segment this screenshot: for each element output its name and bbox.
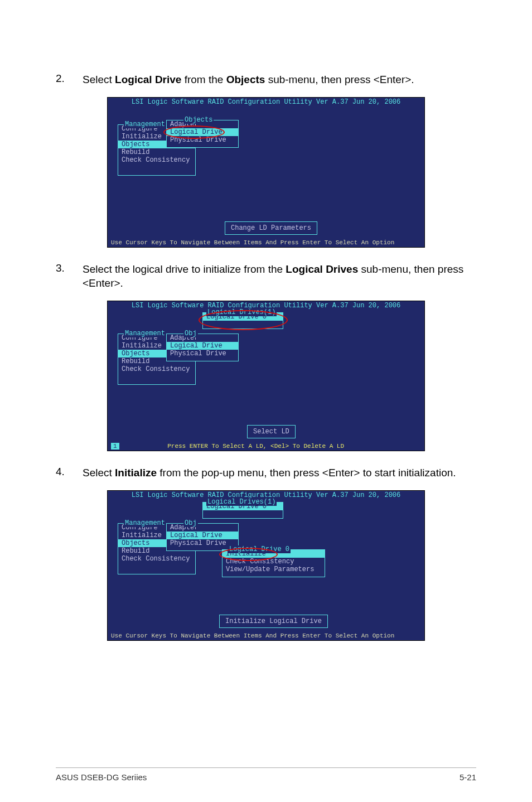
objects-title-abbrev: Obj [183, 330, 198, 337]
logical-drives-title: Logical Drives(1) [206, 498, 277, 506]
objects-panel: Objects Adapter Logical Drive Physical D… [166, 120, 239, 148]
obj-adapter[interactable]: Adapter [167, 524, 238, 532]
mgmt-check[interactable]: Check Consistency [118, 156, 195, 164]
footer-left: ASUS DSEB-DG Seriies [56, 772, 147, 782]
obj-physical-drive[interactable]: Physical Drive [167, 136, 238, 144]
objects-panel: Obj Adapter Logical Drive Physical Drive [166, 334, 239, 361]
step-text: Select Initialize from the pop-up menu, … [83, 466, 456, 480]
status-box: Select LD [247, 425, 296, 438]
ld0-menu-title: Logical Drive 0 [228, 545, 291, 553]
mgmt-rebuild[interactable]: Rebuild [118, 148, 195, 156]
text: sub-menu, then press <Enter>. [265, 74, 414, 85]
page-footer: ASUS DSEB-DG Seriies 5-21 [56, 767, 476, 782]
obj-physical-drive[interactable]: Physical Drive [167, 539, 238, 547]
logical-drive-menu: Logical Drive 0 Initialize Check Consist… [222, 549, 325, 577]
logical-drives-title: Logical Drives(1) [206, 308, 277, 316]
mgmt-check[interactable]: Check Consistency [118, 555, 195, 563]
ld0-check[interactable]: Check Consistency [223, 558, 325, 566]
screenshot-2: LSI Logic Software RAID Configuration Ut… [107, 301, 425, 451]
obj-adapter[interactable]: Adapter [167, 334, 238, 342]
management-title: Management [124, 120, 166, 128]
footer-index: 1 [111, 443, 119, 450]
obj-logical-drive[interactable]: Logical Drive [167, 342, 238, 350]
step-text: Select the logical drive to initialize f… [83, 262, 476, 291]
text-bold: Logical Drive [115, 74, 181, 85]
footer-right: 5-21 [460, 772, 476, 782]
step-4: 4. Select Initialize from the pop-up men… [56, 466, 476, 480]
step-number: 2. [56, 73, 83, 87]
screenshot-3: LSI Logic Software RAID Configuration Ut… [107, 490, 425, 641]
obj-physical-drive[interactable]: Physical Drive [167, 350, 238, 357]
text: Select [83, 467, 115, 479]
management-title: Management [124, 330, 166, 337]
text: Select the logical drive to initialize f… [83, 263, 286, 275]
text: Select [83, 74, 115, 85]
footer-hint: 1 Press ENTER To Select A LD, <Del> To D… [108, 442, 424, 451]
objects-title: Objects [183, 116, 214, 124]
footer-hint: Use Cursor Keys To Navigate Between Item… [108, 632, 424, 640]
ld0-view[interactable]: View/Update Parameters [223, 566, 325, 573]
footer-hint: Use Cursor Keys To Navigate Between Item… [108, 239, 424, 247]
step-number: 4. [56, 466, 83, 480]
status-box: Change LD Parameters [225, 221, 317, 235]
text: from the pop-up menu, then press <Enter>… [157, 467, 456, 479]
obj-logical-drive[interactable]: Logical Drive [167, 532, 238, 539]
footer-text: Press ENTER To Select A LD, <Del> To Del… [167, 443, 344, 450]
footer-text: Use Cursor Keys To Navigate Between Item… [111, 239, 394, 246]
step-2: 2. Select Logical Drive from the Objects… [56, 73, 476, 87]
obj-logical-drive[interactable]: Logical Drive [167, 128, 238, 136]
step-text: Select Logical Drive from the Objects su… [83, 73, 414, 87]
footer-text: Use Cursor Keys To Navigate Between Item… [111, 632, 394, 639]
text-bold: Initialize [115, 467, 157, 479]
mgmt-check[interactable]: Check Consistency [118, 365, 195, 373]
text-bold: Logical Drives [286, 263, 358, 275]
logical-drives-panel: Logical Drives(1) Logical Drive 0 [202, 502, 283, 519]
logical-drives-panel: Logical Drives(1) Logical Drive 0 [202, 312, 283, 329]
objects-title-abbrev: Obj [183, 519, 198, 527]
status-box: Initialize Logical Drive [219, 615, 328, 628]
step-3: 3. Select the logical drive to initializ… [56, 262, 476, 291]
management-title: Management [124, 519, 166, 527]
utility-title: LSI Logic Software RAID Configuration Ut… [108, 98, 424, 107]
text-bold: Objects [226, 74, 265, 85]
step-number: 3. [56, 262, 83, 291]
screenshot-1: LSI Logic Software RAID Configuration Ut… [107, 97, 425, 248]
text: from the [181, 74, 226, 85]
